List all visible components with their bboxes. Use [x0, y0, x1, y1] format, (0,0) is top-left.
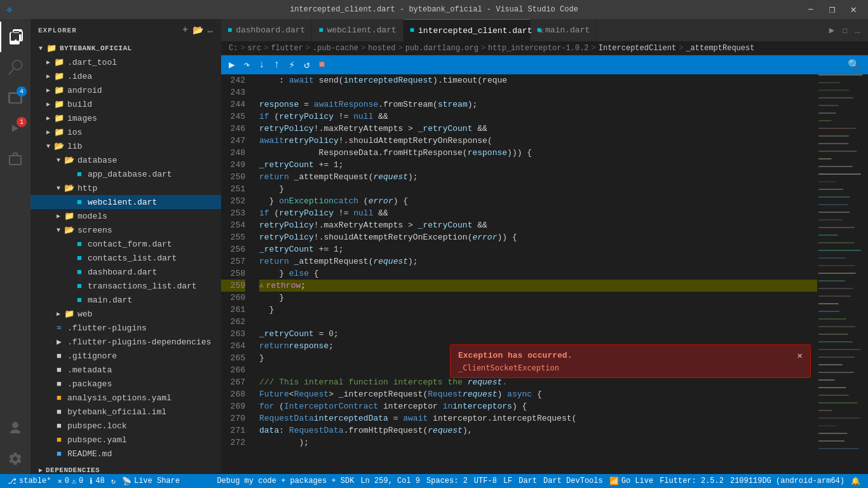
status-notifications[interactable]: 🔔	[848, 477, 863, 486]
tree-item-contact-form[interactable]: ■ contact_form.dart	[31, 237, 221, 251]
tree-item-images[interactable]: ▶ 📁 images	[31, 111, 221, 125]
debug-search-button[interactable]: 🔍	[845, 57, 863, 72]
exception-title-text: Exception has occurred.	[458, 351, 572, 360]
breadcrumb-c[interactable]: C:	[229, 44, 238, 53]
activity-explorer[interactable]	[0, 22, 31, 52]
new-folder-icon[interactable]: 📂	[193, 25, 204, 36]
close-button[interactable]: ✕	[845, 1, 862, 18]
debug-toolbar: ▶ ↷ ↓ ↑ ⚡ ↺ ■ 🔍	[221, 55, 868, 74]
status-encoding[interactable]: UTF-8	[471, 477, 499, 485]
breadcrumb-pub-cache[interactable]: .pub-cache	[313, 44, 358, 53]
tree-item-transactions-list[interactable]: ■ transactions_list.dart	[31, 279, 221, 293]
restore-button[interactable]: ❒	[824, 1, 841, 18]
tree-item-contacts-list[interactable]: ■ contacts_list.dart	[31, 251, 221, 265]
tree-item-database[interactable]: ▼ 📂 database	[31, 153, 221, 167]
status-branch[interactable]: ⎇ stable*	[5, 477, 53, 486]
tree-item-dashboard-screen[interactable]: ■ dashboard.dart	[31, 265, 221, 279]
tree-item-lib[interactable]: ▼ 📂 lib	[31, 139, 221, 153]
pubspec-lock-icon: ■	[53, 420, 65, 431]
status-flutter[interactable]: Flutter: 2.5.2	[657, 477, 726, 485]
status-golive[interactable]: 📶 Go Live	[607, 477, 656, 486]
debug-hot-reload-button[interactable]: ⚡	[287, 57, 298, 72]
tab-dashboard[interactable]: ■ dashboard.dart	[221, 19, 312, 41]
more-tab-actions[interactable]: …	[853, 24, 863, 37]
status-sync[interactable]: ↻	[109, 477, 118, 486]
debug-step-over-button[interactable]: ↷	[241, 57, 253, 72]
breadcrumb-src[interactable]: src	[248, 44, 262, 53]
tree-item-web[interactable]: ▶ 📁 web	[31, 307, 221, 321]
tree-item-main-screen[interactable]: ■ main.dart	[31, 293, 221, 307]
status-language[interactable]: Dart	[516, 477, 539, 485]
status-position[interactable]: Ln 259, Col 9	[358, 477, 423, 485]
webclient-label: webclient.dart	[88, 198, 157, 207]
tree-item-webclient[interactable]: ■ webclient.dart	[31, 195, 221, 209]
status-line-ending[interactable]: LF	[501, 477, 515, 485]
code-content[interactable]: : await send(interceptedRequest).timeout…	[253, 74, 817, 474]
status-devtools[interactable]: Dart DevTools	[541, 477, 606, 485]
debug-step-into-button[interactable]: ↓	[256, 58, 268, 72]
tree-item-iml[interactable]: ■ bytebank_oficial.iml	[31, 405, 221, 419]
debug-restart-button[interactable]: ↺	[301, 57, 313, 72]
minimap[interactable]	[817, 74, 868, 474]
debug-continue-button[interactable]: ▶	[226, 57, 238, 72]
tree-item-flutter-plugins[interactable]: ≈ .flutter-plugins	[31, 321, 221, 335]
tree-item-packages[interactable]: ■ .packages	[31, 377, 221, 391]
breadcrumb-intercepted-client[interactable]: InterceptedClient	[599, 44, 676, 53]
tree-item-app-database[interactable]: ■ app_database.dart	[31, 167, 221, 181]
tree-item-pubspec-lock[interactable]: ■ pubspec.lock	[31, 419, 221, 433]
status-liveshare[interactable]: 📡 Live Share	[119, 477, 182, 486]
run-tab-action[interactable]: ▶	[827, 24, 837, 37]
status-spaces[interactable]: Spaces: 2	[424, 477, 470, 485]
minimize-button[interactable]: –	[803, 1, 819, 18]
tab-intercepted-client[interactable]: ■ intercepted_client.dart ✕	[403, 19, 531, 41]
tree-item-screens[interactable]: ▼ 📂 screens	[31, 223, 221, 237]
code-line-243	[259, 86, 817, 98]
breadcrumb-hosted[interactable]: hosted	[368, 44, 395, 53]
breadcrumb-pub-dartlang[interactable]: pub.dartlang.org	[405, 44, 478, 53]
tab-webclient[interactable]: ■ webclient.dart	[312, 19, 403, 41]
breadcrumb-http-interceptor[interactable]: http_interceptor-1.0.2	[488, 44, 588, 53]
intercepted-tab-icon: ■	[410, 26, 414, 35]
exception-close-icon[interactable]: ✕	[797, 350, 803, 361]
code-line-246: retryPolicy!.maxRetryAttempts > _retryCo…	[259, 123, 817, 135]
tree-item-models[interactable]: ▶ 📁 models	[31, 209, 221, 223]
tree-item-gitignore[interactable]: ■ .gitignore	[31, 349, 221, 363]
tree-item-pubspec-yaml[interactable]: ■ pubspec.yaml	[31, 433, 221, 447]
more-actions-icon[interactable]: …	[208, 25, 214, 36]
activity-settings[interactable]	[0, 444, 31, 474]
activity-search[interactable]	[0, 52, 31, 83]
tree-section-dependencies[interactable]: ▶ DEPENDENCIES	[31, 463, 221, 474]
packages-label: .packages	[67, 379, 112, 389]
tree-item-readme[interactable]: ■ README.md	[31, 447, 221, 461]
breadcrumb-flutter[interactable]: flutter	[271, 44, 302, 53]
editor-area: ■ dashboard.dart ■ webclient.dart ■ inte…	[221, 19, 868, 474]
devtools-label: Dart DevTools	[543, 477, 603, 485]
tree-item-http[interactable]: ▼ 📂 http	[31, 181, 221, 195]
new-file-icon[interactable]: +	[182, 25, 188, 36]
activity-source-control[interactable]: 4	[0, 83, 31, 113]
tree-item-analysis-options[interactable]: ■ analysis_options.yaml	[31, 391, 221, 405]
tree-item-dart-tool[interactable]: ▶ 📁 .dart_tool	[31, 55, 221, 69]
tree-item-metadata[interactable]: ■ .metadata	[31, 363, 221, 377]
status-errors[interactable]: ✕ 0 ⚠ 0	[55, 477, 86, 486]
status-device[interactable]: 2109119DG (android-arm64)	[728, 477, 847, 485]
activity-extensions[interactable]	[0, 144, 31, 174]
tree-item-build[interactable]: ▶ 📁 build	[31, 97, 221, 111]
lib-folder-icon: 📂	[53, 140, 65, 152]
split-editor-action[interactable]: ☐	[839, 24, 850, 37]
activity-account[interactable]	[0, 413, 31, 444]
debug-step-out-button[interactable]: ↑	[271, 58, 283, 72]
tree-item-idea[interactable]: ▶ 📁 .idea	[31, 69, 221, 83]
tree-item-flutter-plugins-deps[interactable]: ▶ .flutter-plugins-dependencies	[31, 335, 221, 349]
tree-item-android[interactable]: ▶ 📁 android	[31, 83, 221, 97]
activity-run[interactable]: 1	[0, 113, 31, 144]
debug-stop-button[interactable]: ■	[316, 58, 328, 72]
breadcrumb-attempt-request[interactable]: _attemptRequest	[686, 44, 754, 53]
status-debug[interactable]: Debug my code + packages + SDK	[214, 477, 356, 485]
screens-folder-icon: 📂	[64, 224, 75, 236]
code-line-244: response = await Response.fromStream(str…	[259, 98, 817, 111]
tree-item-ios[interactable]: ▶ 📁 ios	[31, 125, 221, 139]
status-info[interactable]: ℹ 48	[87, 477, 107, 486]
tree-root-folder[interactable]: ▼ 📁 BYTEBANK_OFICIAL	[31, 41, 221, 55]
intercepted-tab-close-icon[interactable]: ✕	[538, 25, 543, 36]
